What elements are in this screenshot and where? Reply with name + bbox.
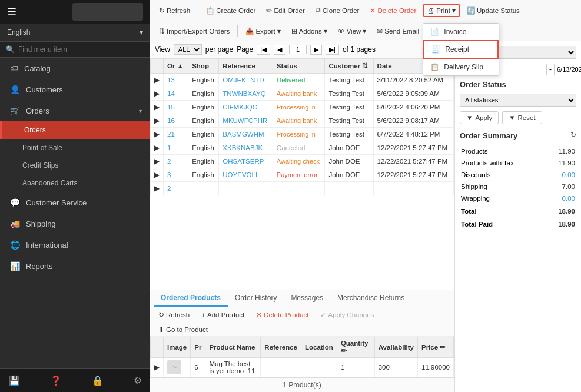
tab-messages[interactable]: Messages (284, 290, 330, 307)
order-ref[interactable]: UOYEVOLI (219, 168, 273, 182)
help-icon[interactable]: ❓ (50, 375, 62, 386)
tab-order-history[interactable]: Order History (228, 290, 284, 307)
pcol-pr[interactable]: Pr (191, 337, 205, 358)
page-input[interactable] (289, 45, 307, 54)
lock-icon[interactable]: 🔒 (92, 375, 104, 386)
table-row[interactable]: ▶ 15 English CIFMKJQO Processing in Test… (151, 101, 454, 114)
table-row[interactable]: ▶ 3 English UOYEVOLI Payment error John … (151, 168, 454, 182)
create-order-button[interactable]: 📋 Create Order (202, 5, 260, 16)
order-ref[interactable]: CIFMKJQO (219, 101, 273, 114)
order-id[interactable]: 2 (164, 155, 188, 168)
order-id[interactable]: 3 (164, 168, 188, 182)
first-page-btn[interactable]: |◀ (257, 45, 270, 55)
pcol-ref[interactable]: Reference (261, 337, 301, 358)
row-expand: ▶ (151, 101, 164, 114)
summary-refresh-icon[interactable]: ↻ (570, 131, 576, 139)
product-price[interactable]: 11.90000 (418, 358, 454, 377)
sidebar-item-catalog[interactable]: 🏷 Catalog (0, 58, 150, 79)
sidebar-item-international[interactable]: 🌐 International (0, 234, 150, 255)
order-id[interactable]: 15 (164, 101, 188, 114)
col-reference[interactable]: Reference (219, 59, 273, 74)
per-page-select[interactable]: ALL 20 50 (174, 44, 202, 55)
search-input[interactable] (18, 45, 144, 54)
send-email-button[interactable]: ✉ Send Email (373, 25, 423, 37)
pcol-location[interactable]: Location (301, 337, 337, 358)
print-delivery-slip-item[interactable]: 📋 Delivery Slip (423, 59, 499, 75)
pcol-avail[interactable]: Availability (374, 337, 417, 358)
order-id[interactable]: 13 (164, 74, 188, 87)
hamburger-icon[interactable]: ☰ (7, 5, 16, 18)
products-refresh-btn[interactable]: ↻ Refresh (155, 310, 193, 320)
delete-order-button[interactable]: ✕ Delete Order (366, 5, 420, 16)
last-page-btn[interactable]: ▶| (326, 45, 339, 55)
update-status-button[interactable]: 🔄 Update Status (463, 5, 524, 16)
refresh-button[interactable]: ↻ Refresh (155, 5, 194, 16)
table-row[interactable]: ▶ 14 English TNWNBXAYQ Awaiting bank Tes… (151, 87, 454, 101)
print-invoice-item[interactable]: 📄 Invoice (423, 24, 499, 40)
pcol-price[interactable]: Price ✏ (418, 337, 454, 358)
order-ref[interactable]: OMJEKTNTD (219, 74, 273, 87)
order-ref[interactable]: BASMGWHM (219, 128, 273, 141)
delete-product-btn[interactable]: ✕ Delete Product (253, 310, 312, 320)
edit-order-button[interactable]: ✏ Edit Order (262, 5, 308, 16)
order-id[interactable]: 1 (164, 141, 188, 155)
col-id[interactable]: Or ▲ (164, 59, 188, 74)
sidebar-item-customer-service[interactable]: 💬 Customer Service (0, 192, 150, 213)
sidebar-subitem-credit-slips[interactable]: Credit Slips (0, 157, 150, 174)
order-id[interactable]: 2 (164, 182, 188, 195)
sidebar-item-reports[interactable]: 📊 Reports (0, 255, 150, 277)
table-row[interactable]: ▶ 2 English OHSATSERP Awaiting check Joh… (151, 155, 454, 168)
language-label: English (7, 28, 30, 36)
table-row[interactable]: ▶ 2 (151, 182, 454, 195)
table-row[interactable]: ▶ 16 English MKUWFCPHR Awaiting bank Tes… (151, 114, 454, 128)
addons-button[interactable]: ⊞ Addons ▾ (287, 25, 331, 37)
order-id[interactable]: 21 (164, 128, 188, 141)
order-ref[interactable]: MKUWFCPHR (219, 114, 273, 128)
goto-product-btn[interactable]: ⬆ Go to Product (155, 324, 211, 335)
table-row[interactable]: ▶ 21 English BASMGWHM Processing in Test… (151, 128, 454, 141)
view-button[interactable]: 👁 View ▾ (334, 25, 371, 37)
clone-order-button[interactable]: ⧉ Clone Order (311, 5, 364, 16)
order-id[interactable]: 14 (164, 87, 188, 101)
pcol-image[interactable]: Image (164, 337, 191, 358)
pcol-name[interactable]: Product Name (205, 337, 261, 358)
sidebar-item-customers[interactable]: 👤 Customers (0, 79, 150, 100)
tab-ordered-products[interactable]: Ordered Products (154, 290, 228, 307)
apply-filter-button[interactable]: ▼ Apply (460, 111, 499, 124)
pcol-qty[interactable]: Quantity ✏ (337, 337, 374, 358)
export-button[interactable]: 📤 Export ▾ (241, 25, 284, 37)
col-shop[interactable]: Shop (188, 59, 219, 74)
sidebar-subitem-point-of-sale[interactable]: Point of Sale (0, 139, 150, 157)
sidebar-item-shipping[interactable]: 🚚 Shipping (0, 213, 150, 234)
prev-page-btn[interactable]: ◀ (274, 45, 285, 55)
product-qty[interactable]: 1 (337, 358, 374, 377)
sidebar-language[interactable]: English ▾ (0, 24, 150, 42)
print-button[interactable]: 🖨 Print ▾ (423, 4, 460, 17)
order-ref[interactable]: TNWNBXAYQ (219, 87, 273, 101)
sidebar-subitem-abandoned-carts[interactable]: Abandoned Carts (0, 174, 150, 192)
order-ref[interactable] (219, 182, 273, 195)
date-to-input[interactable] (554, 64, 581, 75)
table-row[interactable]: ▶ 1 English XKBKNABJK Canceled John DOE … (151, 141, 454, 155)
tab-merchandise-returns[interactable]: Merchandise Returns (330, 290, 411, 307)
order-ref[interactable]: XKBKNABJK (219, 141, 273, 155)
order-id[interactable]: 16 (164, 114, 188, 128)
sidebar-item-orders[interactable]: 🛒 Orders ▾ (0, 100, 150, 121)
table-row[interactable]: ▶ 13 English OMJEKTNTD Delivered Testing… (151, 74, 454, 87)
status-select[interactable]: All statuses Awaiting bank Delivered Can… (460, 94, 576, 107)
settings-icon[interactable]: ⚙ (134, 375, 142, 386)
sidebar-subitem-orders[interactable]: Orders (0, 121, 150, 139)
product-name: Mug The best is yet demo_11 (205, 358, 261, 377)
col-customer[interactable]: Customer ⇅ (325, 59, 373, 74)
col-status[interactable]: Status (273, 59, 325, 74)
next-page-btn[interactable]: ▶ (310, 45, 322, 55)
order-ref[interactable]: OHSATSERP (219, 155, 273, 168)
print-receipt-item[interactable]: 🧾 Receipt (423, 40, 499, 59)
import-export-button[interactable]: ⇅ Import/Export Orders (155, 25, 234, 37)
row-expand: ▶ (151, 141, 164, 155)
add-product-btn[interactable]: + Add Product (198, 310, 248, 320)
reset-filter-button[interactable]: ▼ Reset (502, 111, 542, 124)
order-customer: John DOE (325, 168, 373, 182)
apply-changes-btn[interactable]: ✓ Apply Changes (317, 310, 377, 320)
save-icon[interactable]: 💾 (8, 375, 20, 386)
